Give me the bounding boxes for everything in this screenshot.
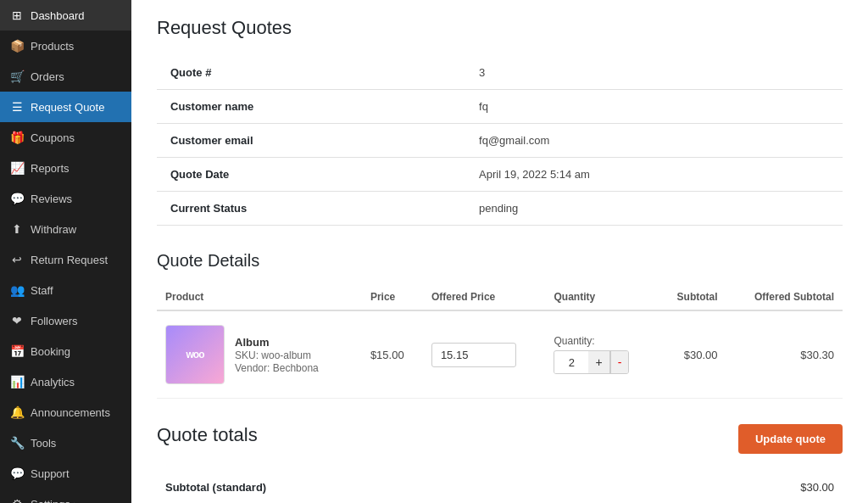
sidebar-item-followers[interactable]: ❤ Followers bbox=[0, 305, 131, 336]
product-cell: woo Album SKU: woo-album Vendor: Bechbon… bbox=[157, 310, 362, 399]
return-request-icon: ↩ bbox=[10, 253, 24, 266]
quantity-label: Quantity: bbox=[554, 335, 594, 347]
sidebar-item-label: Reports bbox=[31, 162, 70, 175]
col-offered-subtotal: Offered Subtotal bbox=[726, 284, 843, 310]
product-sku: SKU: woo-album bbox=[235, 349, 311, 361]
col-offered-price: Offered Price bbox=[423, 284, 546, 310]
sidebar-item-label: Dashboard bbox=[31, 9, 85, 22]
sidebar-item-label: Tools bbox=[31, 437, 56, 450]
offered-subtotal-value: $30.30 bbox=[726, 310, 843, 399]
info-label: Customer name bbox=[157, 90, 465, 124]
sidebar-item-dashboard[interactable]: ⊞ Dashboard bbox=[0, 0, 131, 31]
col-quantity: Quantity bbox=[545, 284, 656, 310]
sidebar-item-label: Return Request bbox=[31, 254, 108, 266]
totals-label: Subtotal (standard) bbox=[157, 471, 654, 503]
quote-details-table: Product Price Offered Price Quantity Sub… bbox=[157, 284, 843, 399]
offered-price-cell bbox=[423, 310, 546, 399]
sidebar-item-analytics[interactable]: 📊 Analytics bbox=[0, 366, 131, 397]
offered-price-input[interactable] bbox=[431, 343, 516, 367]
sidebar-item-label: Followers bbox=[31, 315, 78, 327]
sidebar-item-withdraw[interactable]: ⬆ Withdraw bbox=[0, 214, 131, 244]
sidebar: ⊞ Dashboard 📦 Products 🛒 Orders ☰ Reques… bbox=[0, 0, 131, 503]
info-value: fq bbox=[465, 90, 843, 124]
info-label: Quote # bbox=[157, 56, 465, 90]
product-info: woo Album SKU: woo-album Vendor: Bechbon… bbox=[165, 325, 353, 384]
sidebar-item-reports[interactable]: 📈 Reports bbox=[0, 153, 131, 183]
sidebar-item-request-quote[interactable]: ☰ Request Quote bbox=[0, 92, 131, 122]
product-name: Album bbox=[235, 336, 319, 349]
info-row-customer-name: Customer name fq bbox=[157, 90, 843, 124]
sidebar-item-label: Support bbox=[31, 467, 70, 480]
quote-totals-section: Quote totals Update quote bbox=[157, 424, 843, 454]
sidebar-item-products[interactable]: 📦 Products bbox=[0, 31, 131, 61]
quote-totals-title: Quote totals bbox=[157, 424, 258, 446]
reports-icon: 📈 bbox=[10, 161, 24, 175]
sidebar-item-tools[interactable]: 🔧 Tools bbox=[0, 428, 131, 458]
staff-icon: 👥 bbox=[10, 283, 24, 297]
sidebar-item-reviews[interactable]: 💬 Reviews bbox=[0, 183, 131, 214]
totals-table: Subtotal (standard) $30.00 Offered Price… bbox=[157, 471, 843, 503]
orders-icon: 🛒 bbox=[10, 70, 24, 83]
settings-icon: ⚙ bbox=[10, 497, 24, 503]
sidebar-item-label: Reviews bbox=[31, 193, 72, 205]
totals-value: $30.00 bbox=[654, 471, 843, 503]
table-row: woo Album SKU: woo-album Vendor: Bechbon… bbox=[157, 310, 843, 399]
product-details: Album SKU: woo-album Vendor: Bechbona bbox=[235, 336, 319, 374]
info-row-quote-date: Quote Date April 19, 2022 5:14 am bbox=[157, 158, 843, 192]
sidebar-item-label: Staff bbox=[31, 284, 53, 297]
tools-icon: 🔧 bbox=[10, 436, 24, 450]
main-content: Request Quotes Quote # 3 Customer name f… bbox=[131, 0, 868, 503]
analytics-icon: 📊 bbox=[10, 375, 24, 388]
sidebar-item-label: Withdraw bbox=[31, 223, 76, 236]
info-label: Customer email bbox=[157, 124, 465, 158]
request-quote-icon: ☰ bbox=[10, 100, 24, 114]
booking-icon: 📅 bbox=[10, 344, 24, 358]
sidebar-item-return-request[interactable]: ↩ Return Request bbox=[0, 244, 131, 275]
quantity-block: Quantity: + - bbox=[554, 335, 648, 374]
sidebar-item-settings[interactable]: ⚙ Settings › bbox=[0, 489, 131, 503]
quantity-cell: Quantity: + - bbox=[545, 310, 656, 399]
subtotal-value: $30.00 bbox=[657, 310, 726, 399]
info-row-customer-email: Customer email fq@gmail.com bbox=[157, 124, 843, 158]
support-icon: 💬 bbox=[10, 467, 24, 480]
info-label: Current Status bbox=[157, 192, 465, 226]
quantity-input[interactable] bbox=[554, 352, 588, 373]
quote-info-table: Quote # 3 Customer name fq Customer emai… bbox=[157, 56, 843, 226]
sidebar-item-staff[interactable]: 👥 Staff bbox=[0, 275, 131, 305]
col-product: Product bbox=[157, 284, 362, 310]
page-title: Request Quotes bbox=[157, 17, 843, 39]
sidebar-item-label: Announcements bbox=[31, 406, 110, 419]
sidebar-item-label: Orders bbox=[31, 70, 64, 83]
info-row-quote-number: Quote # 3 bbox=[157, 56, 843, 90]
quantity-controls: + - bbox=[554, 350, 629, 374]
sidebar-item-label: Booking bbox=[31, 345, 70, 358]
sidebar-item-coupons[interactable]: 🎁 Coupons bbox=[0, 122, 131, 153]
reviews-icon: 💬 bbox=[10, 192, 24, 205]
col-subtotal: Subtotal bbox=[657, 284, 726, 310]
info-row-current-status: Current Status pending bbox=[157, 192, 843, 226]
info-label: Quote Date bbox=[157, 158, 465, 192]
sidebar-item-orders[interactable]: 🛒 Orders bbox=[0, 61, 131, 92]
withdraw-icon: ⬆ bbox=[10, 222, 24, 236]
sidebar-item-label: Analytics bbox=[31, 376, 75, 388]
product-price: $15.00 bbox=[362, 310, 423, 399]
followers-icon: ❤ bbox=[10, 314, 24, 327]
totals-row-subtotal: Subtotal (standard) $30.00 bbox=[157, 471, 843, 503]
sidebar-item-announcements[interactable]: 🔔 Announcements bbox=[0, 397, 131, 428]
product-image: woo bbox=[165, 325, 225, 384]
quantity-increment-button[interactable]: + bbox=[588, 351, 609, 373]
product-vendor: Bechbona bbox=[273, 362, 319, 374]
sidebar-item-label: Request Quote bbox=[31, 101, 104, 114]
dashboard-icon: ⊞ bbox=[10, 8, 24, 22]
quote-details-title: Quote Details bbox=[157, 251, 843, 271]
sidebar-item-label: Settings › bbox=[31, 498, 77, 504]
info-value: April 19, 2022 5:14 am bbox=[465, 158, 843, 192]
product-vendor-label: Vendor: bbox=[235, 362, 273, 374]
info-value: pending bbox=[465, 192, 843, 226]
info-value: 3 bbox=[465, 56, 843, 90]
sidebar-item-support[interactable]: 💬 Support bbox=[0, 458, 131, 489]
update-quote-button[interactable]: Update quote bbox=[738, 424, 843, 454]
quantity-decrement-button[interactable]: - bbox=[610, 351, 629, 373]
sidebar-item-booking[interactable]: 📅 Booking bbox=[0, 336, 131, 366]
sidebar-item-label: Products bbox=[31, 40, 74, 53]
